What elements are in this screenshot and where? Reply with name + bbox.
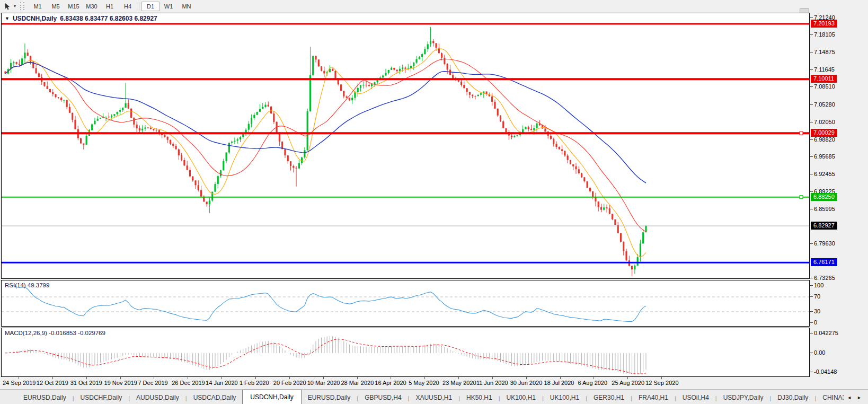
macd-axis-tick: -0.04148: [814, 368, 837, 375]
tool-dropdown-caret-icon[interactable]: ▾: [14, 4, 16, 8]
time-axis-label: 18 Jul 2020: [544, 380, 574, 386]
chart-tab-uk100-h1[interactable]: UK100,H1: [544, 391, 586, 404]
chart-tab-eurusd-daily[interactable]: EURUSD,Daily: [302, 391, 357, 404]
candle: [623, 241, 624, 255]
candle: [231, 140, 233, 145]
chart-tab-uk100-h1[interactable]: UK100,H1: [500, 391, 542, 404]
timeframe-button-mn[interactable]: MN: [178, 2, 196, 11]
chart-tab-audusd-daily[interactable]: AUDUSD,Daily: [130, 391, 185, 404]
tab-scroll-left-icon[interactable]: ◄: [847, 395, 852, 400]
candle: [119, 108, 121, 115]
chart-tab-hk50-h1[interactable]: HK50,H1: [460, 391, 499, 404]
timeframe-button-m30[interactable]: M30: [83, 2, 101, 11]
candle: [49, 89, 51, 93]
tab-navigation: ◄ ►: [844, 395, 868, 404]
candle: [217, 174, 219, 188]
price-axis-tick: 6.79630: [814, 240, 835, 247]
chart-tab-dj30-daily[interactable]: DJ30,Daily: [771, 391, 814, 404]
rsi-indicator-pane[interactable]: RSI(14) 49.3799: [1, 280, 810, 327]
cursor-tool-icon[interactable]: [2, 2, 13, 11]
rsi-axis-tick: 0: [814, 319, 817, 326]
candle: [419, 56, 420, 59]
chart-tab-usdcad-daily[interactable]: USDCAD,Daily: [187, 391, 243, 404]
candle: [463, 81, 465, 88]
time-axis-label: 12 Sep 2020: [645, 380, 678, 386]
candle: [452, 73, 454, 78]
chart-tab-usdjpy-daily[interactable]: USDJPY,Daily: [717, 391, 770, 404]
level-price-badge: 6.88250: [811, 193, 837, 201]
chart-tab-ger30-h1[interactable]: GER30,H1: [587, 391, 631, 404]
timeframe-button-m1[interactable]: M1: [29, 2, 47, 11]
timeframe-buttons: M1M5M15M30H1H4D1W1MN: [29, 2, 196, 11]
level-handle[interactable]: [800, 131, 803, 135]
candle: [307, 109, 308, 151]
chart-tab-fra40-h1[interactable]: FRA40,H1: [632, 391, 675, 404]
candle: [500, 115, 501, 122]
candle: [125, 83, 126, 108]
price-axis-tick: 7.18105: [814, 31, 835, 38]
macd-indicator-pane[interactable]: MACD(12,26,9) -0.016853 -0.029769: [1, 328, 810, 377]
candle: [228, 143, 230, 154]
candle: [273, 111, 274, 124]
time-axis: 24 Sep 201912 Oct 201931 Oct 201919 Nov …: [1, 377, 810, 389]
candle: [368, 83, 370, 87]
candle: [203, 195, 205, 201]
timeframe-button-m15[interactable]: M15: [65, 2, 83, 11]
rsi-chart[interactable]: [2, 280, 809, 326]
timeframe-button-h4[interactable]: H4: [119, 2, 137, 11]
chart-tab-usdchf-daily[interactable]: USDCHF,Daily: [74, 391, 129, 404]
chart-tab-eurusd-daily[interactable]: EURUSD,Daily: [17, 391, 73, 404]
candlestick-chart[interactable]: [2, 13, 809, 278]
timeframe-button-w1[interactable]: W1: [160, 2, 178, 11]
candle: [74, 116, 76, 130]
candle: [27, 49, 29, 56]
macd-signal-value: -0.029769: [78, 330, 105, 336]
price-chart-pane[interactable]: ▼ USDCNH,Daily 6.83438 6.83477 6.82603 6…: [1, 13, 810, 279]
chart-tab-usdcnh-daily[interactable]: USDCNH,Daily: [242, 390, 301, 404]
candle: [290, 161, 291, 171]
chart-tab-xauusd-h1[interactable]: XAUUSD,H1: [409, 391, 458, 404]
candle: [52, 89, 54, 96]
timeframe-button-d1[interactable]: D1: [141, 2, 160, 11]
candle: [625, 249, 627, 261]
candle: [528, 126, 529, 131]
candle: [194, 180, 196, 189]
candle: [360, 85, 361, 92]
level-price-badge: 7.00029: [811, 129, 837, 137]
timeframe-button-h1[interactable]: H1: [101, 2, 119, 11]
toolbar-grip[interactable]: [20, 2, 24, 10]
rsi-title: RSI(14) 49.3799: [5, 282, 49, 288]
candle: [494, 100, 495, 109]
chart-tab-china300-h1[interactable]: CHINA300,H1: [816, 391, 844, 404]
chart-tab-gbpusd-h4[interactable]: GBPUSD,H4: [358, 391, 408, 404]
time-axis-tick: [120, 377, 121, 379]
chart-tab-usoil-h4[interactable]: USOil,H4: [676, 391, 715, 404]
candle: [113, 114, 115, 117]
time-axis-label: 26 Dec 2019: [172, 380, 205, 386]
rsi-axis-tick: 100: [814, 282, 823, 289]
chart-symbol-label: USDCNH,Daily: [13, 15, 57, 22]
current-price-badge: 6.82927: [811, 222, 837, 230]
candle: [377, 80, 378, 84]
tab-scroll-right-icon[interactable]: ►: [857, 395, 862, 400]
candle: [94, 118, 95, 124]
candle: [139, 126, 140, 133]
candle: [517, 135, 518, 136]
candle: [332, 68, 333, 71]
cursor-icon: [4, 3, 11, 10]
time-axis-tick: [19, 377, 19, 379]
candle: [86, 134, 87, 145]
candle: [318, 59, 320, 67]
candle: [614, 219, 616, 225]
macd-chart[interactable]: [2, 328, 809, 376]
time-axis-tick: [86, 377, 87, 379]
price-axis-tick: 6.98820: [814, 136, 835, 143]
trading-app-window: ▾ M1M5M15M30H1H4D1W1MN ▼ USDCNH,Daily 6.…: [0, 0, 868, 404]
candle: [572, 164, 574, 170]
candle: [198, 180, 199, 191]
candle: [472, 94, 473, 98]
candle: [187, 161, 188, 170]
collapse-icon[interactable]: ▼: [5, 16, 10, 21]
timeframe-button-m5[interactable]: M5: [47, 2, 65, 11]
level-handle[interactable]: [800, 196, 803, 199]
